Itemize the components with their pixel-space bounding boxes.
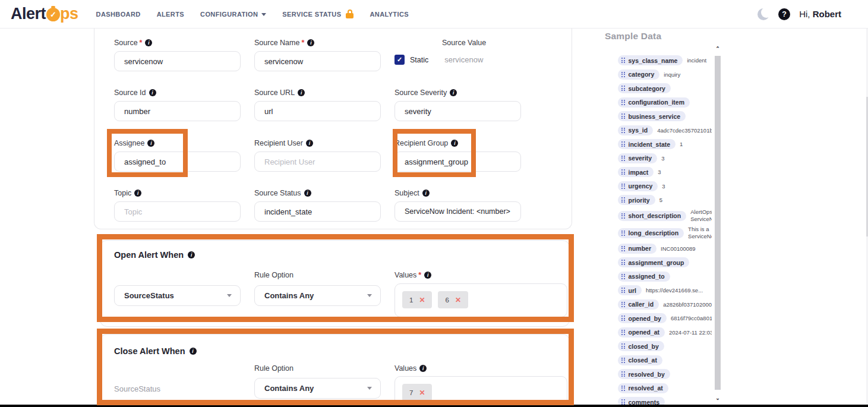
dark-mode-moon-icon[interactable] (757, 8, 769, 20)
draggable-field-pill[interactable]: resolved_by (618, 369, 670, 379)
draggable-field-pill[interactable]: long_description (618, 228, 684, 238)
draggable-field-pill[interactable]: incident_state (618, 139, 676, 149)
sample-data-item[interactable]: urgency 3 (618, 179, 712, 194)
info-icon[interactable]: i (422, 190, 430, 197)
sample-data-item[interactable]: resolved_at (618, 381, 712, 396)
sample-data-item[interactable]: sys_class_name incident (618, 53, 712, 68)
source-url-label: Source URL (254, 89, 295, 97)
topic-input[interactable] (114, 201, 241, 222)
info-icon[interactable]: i (450, 89, 457, 96)
sample-data-item[interactable]: comments (618, 395, 712, 405)
sample-data-item[interactable]: sys_id 4adc7cdec35702101bdf... (618, 124, 712, 138)
draggable-field-pill[interactable]: category (618, 70, 659, 80)
nav-item[interactable]: ALERTS (157, 11, 184, 18)
info-icon[interactable]: i (298, 89, 305, 96)
info-icon[interactable]: i (149, 89, 156, 96)
info-icon[interactable]: i (419, 365, 427, 372)
sample-data-item[interactable]: assignment_group (618, 255, 712, 270)
info-icon[interactable]: i (307, 39, 314, 46)
open-rule-option-select[interactable]: Contains Any (254, 285, 381, 306)
info-icon[interactable]: i (451, 140, 458, 147)
draggable-field-pill[interactable]: assignment_group (618, 257, 689, 267)
scrollbar-thumb[interactable] (715, 56, 721, 390)
info-icon[interactable]: i (424, 272, 431, 279)
info-icon[interactable]: i (147, 140, 154, 147)
sample-data-item[interactable]: configuration_item (618, 96, 712, 110)
source-field-cell: Source*i (114, 38, 241, 71)
sample-data-item[interactable]: opened_by 6816f79cc0a8016401c5... (618, 311, 712, 326)
sample-data-item[interactable]: impact 3 (618, 165, 712, 179)
draggable-field-pill[interactable]: opened_by (618, 313, 667, 323)
info-icon[interactable]: i (304, 190, 311, 197)
remove-value-icon[interactable]: ✕ (419, 296, 425, 304)
source-input[interactable] (114, 51, 241, 71)
alertops-logo[interactable]: Alert ✓ ps (11, 5, 78, 23)
info-icon[interactable]: i (145, 39, 152, 46)
source-status-input[interactable] (254, 201, 381, 222)
nav-item[interactable]: ANALYTICS (370, 11, 409, 18)
draggable-field-pill[interactable]: sys_id (618, 125, 653, 135)
sample-data-item[interactable]: priority 5 (618, 193, 712, 207)
draggable-field-pill[interactable]: resolved_at (618, 383, 668, 393)
draggable-field-pill[interactable]: sys_class_name (618, 55, 683, 65)
remove-value-icon[interactable]: ✕ (455, 296, 461, 304)
scroll-down-icon[interactable]: ⌄ (714, 393, 721, 403)
draggable-field-pill[interactable]: configuration_item (618, 97, 690, 108)
draggable-field-pill[interactable]: urgency (618, 181, 658, 191)
draggable-field-pill[interactable]: caller_id (618, 299, 659, 310)
sample-data-item[interactable]: url https://dev241669.se... (618, 283, 712, 298)
draggable-field-pill[interactable]: short_description (618, 211, 686, 221)
source-name-input[interactable] (254, 51, 381, 71)
nav-item[interactable]: CONFIGURATION (200, 11, 266, 18)
sample-data-item[interactable]: closed_at (618, 354, 712, 368)
recipient-group-input[interactable] (394, 152, 521, 172)
sample-data-item[interactable]: category inquiry (618, 68, 712, 82)
source-url-input[interactable] (254, 101, 381, 121)
draggable-field-pill[interactable]: number (618, 244, 656, 254)
draggable-field-pill[interactable]: subcategory (618, 83, 671, 93)
draggable-field-pill[interactable]: business_service (618, 111, 686, 121)
open-values-box[interactable]: 1 ✕ 6 ✕ (394, 283, 567, 317)
source-severity-input[interactable] (394, 101, 521, 121)
info-icon[interactable]: i (306, 140, 313, 147)
info-icon[interactable]: i (188, 251, 195, 258)
source-id-input[interactable] (114, 101, 241, 121)
sample-data-item[interactable]: closed_by (618, 339, 712, 354)
scroll-up-icon[interactable]: ⌃ (714, 44, 721, 53)
info-icon[interactable]: i (190, 348, 197, 355)
sample-data-item[interactable]: business_service (618, 109, 712, 124)
nav-item[interactable]: DASHBOARD (96, 11, 141, 18)
recipient-user-input[interactable] (254, 152, 381, 172)
sample-data-item[interactable]: incident_state 1 (618, 137, 712, 152)
draggable-field-pill[interactable]: comments (618, 397, 665, 405)
sample-data-item[interactable]: subcategory (618, 81, 712, 96)
close-rule-option-select[interactable]: Contains Any (254, 378, 381, 399)
drag-handle-icon (621, 343, 625, 349)
draggable-field-pill[interactable]: assigned_to (618, 272, 670, 282)
draggable-field-pill[interactable]: closed_at (618, 355, 662, 365)
assignee-input[interactable] (114, 152, 241, 172)
sample-data-item[interactable]: short_description AlertOps - ServiceNo .… (618, 207, 712, 225)
sample-data-item[interactable]: assigned_to (618, 270, 712, 284)
user-greeting[interactable]: Hi, Robert (799, 9, 841, 19)
draggable-field-pill[interactable]: impact (618, 167, 654, 177)
draggable-field-pill[interactable]: priority (618, 195, 655, 205)
open-field-select[interactable]: SourceStatus (114, 285, 241, 306)
sample-data-item[interactable]: caller_id a2826bf03710200044e0... (618, 298, 712, 312)
nav-item[interactable]: SERVICE STATUS (282, 10, 353, 18)
sample-data-item[interactable]: number INC00100089 (618, 242, 712, 256)
static-checkbox[interactable]: ✓ (394, 55, 405, 65)
subject-input[interactable] (394, 201, 521, 222)
sample-data-item[interactable]: severity 3 (618, 152, 712, 166)
sample-data-item[interactable]: opened_at 2024-07-11 22:03:55 (618, 326, 712, 340)
draggable-field-pill[interactable]: severity (618, 153, 657, 163)
draggable-field-pill[interactable]: url (618, 285, 642, 295)
sample-data-item[interactable]: long_description This is a ServiceNow ..… (618, 225, 712, 242)
draggable-field-pill[interactable]: closed_by (618, 341, 664, 351)
sample-data-item[interactable]: resolved_by (618, 367, 712, 381)
info-icon[interactable]: i (134, 190, 141, 197)
remove-value-icon[interactable]: ✕ (419, 389, 425, 397)
draggable-field-pill[interactable]: opened_at (618, 327, 665, 337)
close-values-box[interactable]: 7 ✕ (394, 376, 567, 407)
help-icon[interactable]: ? (778, 8, 790, 20)
